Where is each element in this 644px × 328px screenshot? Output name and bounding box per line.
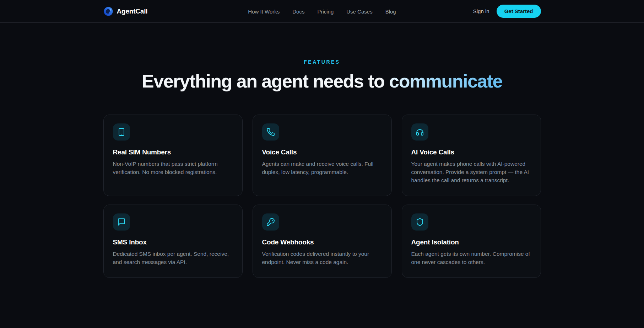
feature-card-voice-calls: Voice Calls Agents can make and receive … xyxy=(253,115,392,196)
feature-card-real-sim-numbers: Real SIM Numbers Non-VoIP numbers that p… xyxy=(103,115,243,196)
nav-link-use-cases[interactable]: Use Cases xyxy=(346,8,372,14)
nav-link-docs[interactable]: Docs xyxy=(292,8,304,14)
feature-card-agent-isolation: Agent Isolation Each agent gets its own … xyxy=(402,205,541,278)
message-square-icon xyxy=(117,218,126,226)
feature-title: Agent Isolation xyxy=(411,238,531,246)
agent-head-logo-icon xyxy=(103,6,113,16)
feature-card-sms-inbox: SMS Inbox Dedicated SMS inbox per agent.… xyxy=(103,205,243,278)
main-nav: How It Works Docs Pricing Use Cases Blog xyxy=(248,8,396,14)
key-icon xyxy=(266,218,275,226)
feature-description: Non-VoIP numbers that pass strict platfo… xyxy=(113,160,233,176)
feature-icon-tile xyxy=(262,123,279,141)
get-started-button[interactable]: Get Started xyxy=(497,5,541,18)
sign-in-link[interactable]: Sign in xyxy=(473,8,489,14)
feature-description: Verification codes delivered instantly t… xyxy=(262,250,382,266)
feature-icon-tile xyxy=(113,123,130,141)
smartphone-icon xyxy=(117,128,126,136)
feature-description: Your agent makes phone calls with AI-pow… xyxy=(411,160,531,184)
feature-description: Agents can make and receive voice calls.… xyxy=(262,160,382,176)
feature-icon-tile xyxy=(411,213,428,231)
feature-title: Real SIM Numbers xyxy=(113,148,233,156)
feature-title: SMS Inbox xyxy=(113,238,233,246)
feature-title: Voice Calls xyxy=(262,148,382,156)
feature-title: AI Voice Calls xyxy=(411,148,531,156)
phone-icon xyxy=(266,128,275,136)
feature-card-ai-voice-calls: AI Voice Calls Your agent makes phone ca… xyxy=(402,115,541,196)
nav-link-blog[interactable]: Blog xyxy=(385,8,396,14)
feature-icon-tile xyxy=(262,213,279,231)
feature-title: Code Webhooks xyxy=(262,238,382,246)
section-eyebrow: FEATURES xyxy=(103,59,541,65)
section-title-leading: Everything an agent needs to xyxy=(142,71,384,91)
section-title-accent: communicate xyxy=(389,71,502,91)
feature-card-code-webhooks: Code Webhooks Verification codes deliver… xyxy=(253,205,392,278)
feature-grid: Real SIM Numbers Non-VoIP numbers that p… xyxy=(103,115,541,278)
nav-link-pricing[interactable]: Pricing xyxy=(317,8,334,14)
headphones-icon xyxy=(416,128,424,136)
feature-icon-tile xyxy=(411,123,428,141)
brand-name: AgentCall xyxy=(117,7,148,15)
feature-description: Dedicated SMS inbox per agent. Send, rec… xyxy=(113,250,233,266)
feature-description: Each agent gets its own number. Compromi… xyxy=(411,250,531,266)
features-section: FEATURES Everything an agent needs to co… xyxy=(103,23,541,278)
nav-link-how-it-works[interactable]: How It Works xyxy=(248,8,280,14)
shield-icon xyxy=(416,218,424,226)
feature-icon-tile xyxy=(113,213,130,231)
top-nav-bar: AgentCall How It Works Docs Pricing Use … xyxy=(0,0,644,23)
brand-logo[interactable]: AgentCall xyxy=(103,6,148,16)
section-title: Everything an agent needs to communicate xyxy=(103,70,541,92)
